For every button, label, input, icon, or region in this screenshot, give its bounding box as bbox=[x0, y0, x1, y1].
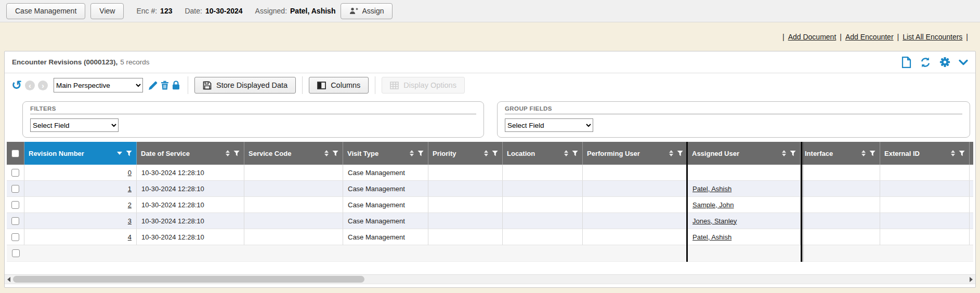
column-header-date_of_service[interactable]: Date of Service bbox=[137, 142, 244, 165]
sort-icon-assigned_user[interactable] bbox=[782, 150, 786, 156]
sort-icon-performing_user[interactable] bbox=[669, 150, 673, 156]
column-label-assigned_user: Assigned User bbox=[692, 150, 778, 157]
quick-links-row: |Add Document|Add Encounter|List All Enc… bbox=[0, 22, 980, 51]
assigned_user-link[interactable]: Patel, Ashish bbox=[692, 185, 731, 193]
row-checkbox[interactable] bbox=[11, 217, 19, 225]
sort-icon-interface[interactable] bbox=[861, 150, 866, 156]
filter-funnel-icon-assigned_user[interactable] bbox=[790, 151, 796, 156]
cell-date_of_service: 10-30-2024 12:28:10 bbox=[137, 181, 244, 197]
column-header-interface[interactable]: Interface bbox=[801, 142, 880, 165]
store-displayed-data-button[interactable]: Store Displayed Data bbox=[194, 77, 296, 94]
filter-funnel-icon-external_id[interactable] bbox=[959, 151, 965, 156]
link-add-document[interactable]: Add Document bbox=[788, 33, 837, 41]
undo-icon[interactable]: ↺ bbox=[11, 79, 22, 91]
row-checkbox[interactable] bbox=[11, 201, 19, 209]
filters-label: FILTERS bbox=[30, 105, 476, 114]
link-add-encounter[interactable]: Add Encounter bbox=[845, 33, 894, 41]
filter-funnel-icon-visit_type[interactable] bbox=[417, 151, 424, 156]
cell-external_id bbox=[880, 165, 970, 181]
column-header-checkbox[interactable] bbox=[7, 142, 24, 165]
case-management-button[interactable]: Case Management bbox=[6, 3, 85, 19]
view-button[interactable]: View bbox=[90, 3, 124, 19]
edit-pencil-icon[interactable] bbox=[149, 81, 158, 90]
row-checkbox[interactable] bbox=[11, 169, 19, 177]
cell-service_code bbox=[244, 197, 343, 213]
row-checkbox[interactable] bbox=[11, 185, 19, 193]
cell-checkbox bbox=[7, 213, 24, 229]
revision-link[interactable]: 0 bbox=[128, 169, 132, 177]
column-header-location[interactable]: Location bbox=[503, 142, 583, 165]
assigned_user-link[interactable]: Patel, Ashish bbox=[692, 233, 731, 241]
new-document-icon[interactable] bbox=[901, 57, 911, 68]
display-options-label: Display Options bbox=[403, 81, 456, 89]
horizontal-scrollbar[interactable] bbox=[5, 274, 975, 284]
assigned_user-link[interactable]: Sample, John bbox=[692, 201, 734, 209]
store-displayed-data-label: Store Displayed Data bbox=[216, 81, 288, 89]
cell-revision: 2 bbox=[24, 197, 137, 213]
back-circle-icon[interactable]: ‹ bbox=[25, 81, 35, 90]
revision-link[interactable]: 4 bbox=[128, 233, 132, 241]
column-header-assigned_user[interactable]: Assigned User bbox=[688, 142, 801, 165]
column-header-revision[interactable]: Revision Number bbox=[24, 142, 137, 165]
cell-service_code bbox=[244, 165, 343, 181]
columns-button[interactable]: Columns bbox=[309, 77, 369, 94]
cell-revision: 3 bbox=[24, 213, 137, 229]
revision-link[interactable]: 2 bbox=[128, 201, 132, 209]
revision-link[interactable]: 3 bbox=[128, 217, 132, 225]
filter-funnel-icon-location[interactable] bbox=[572, 151, 578, 156]
collapse-chevron-icon[interactable] bbox=[959, 59, 968, 65]
empty-row-checkbox[interactable] bbox=[12, 249, 20, 257]
encounter-revisions-grid: Revision NumberDate of ServiceService Co… bbox=[7, 142, 973, 262]
filter-funnel-icon-revision[interactable] bbox=[126, 151, 132, 156]
column-header-external_id[interactable]: External ID bbox=[880, 142, 970, 165]
filter-funnel-icon-performing_user[interactable] bbox=[677, 151, 683, 156]
column-header-service_code[interactable]: Service Code bbox=[244, 142, 343, 165]
scroll-right-arrow[interactable] bbox=[967, 275, 975, 284]
enc-value: 123 bbox=[160, 7, 172, 15]
assigned-label: Assigned: bbox=[255, 7, 287, 15]
column-header-performing_user[interactable]: Performing User bbox=[583, 142, 688, 165]
grid-header-row: Revision NumberDate of ServiceService Co… bbox=[7, 142, 973, 165]
sort-icon-revision[interactable] bbox=[117, 152, 122, 155]
cell-priority bbox=[428, 213, 503, 229]
assign-button[interactable]: Assign bbox=[341, 3, 393, 19]
cell-external_id bbox=[880, 197, 970, 213]
sort-icon-priority[interactable] bbox=[484, 150, 488, 156]
column-label-service_code: Service Code bbox=[249, 150, 321, 157]
refresh-icon[interactable] bbox=[920, 57, 931, 68]
sort-icon-date_of_service[interactable] bbox=[226, 150, 230, 156]
select-all-checkbox[interactable] bbox=[11, 150, 19, 157]
group-fields-select[interactable]: Select Field bbox=[505, 118, 593, 132]
link-separator: | bbox=[840, 33, 842, 41]
column-header-visit_type[interactable]: Visit Type bbox=[343, 142, 428, 165]
filter-funnel-icon-service_code[interactable] bbox=[332, 151, 338, 156]
cell-priority bbox=[428, 197, 503, 213]
column-label-external_id: External ID bbox=[884, 150, 947, 157]
filters-field-select[interactable]: Select Field bbox=[30, 118, 119, 132]
column-header-s_partial[interactable]: S bbox=[970, 142, 973, 165]
column-header-priority[interactable]: Priority bbox=[428, 142, 503, 165]
sort-icon-visit_type[interactable] bbox=[410, 150, 414, 156]
delete-trash-icon[interactable] bbox=[161, 81, 169, 90]
filter-funnel-icon-priority[interactable] bbox=[492, 151, 498, 156]
person-add-icon bbox=[349, 7, 358, 15]
filter-funnel-icon-interface[interactable] bbox=[869, 151, 876, 156]
link-list-all-encounters[interactable]: List All Encounters bbox=[903, 33, 962, 41]
scroll-left-arrow[interactable] bbox=[5, 275, 13, 284]
sort-icon-location[interactable] bbox=[564, 150, 568, 156]
assigned_user-link[interactable]: Jones, Stanley bbox=[692, 217, 737, 225]
forward-circle-icon[interactable]: › bbox=[38, 81, 48, 90]
group-fields-fieldset: GROUP FIELDS Select Field bbox=[497, 101, 970, 138]
revision-link[interactable]: 1 bbox=[128, 185, 132, 193]
sort-icon-service_code[interactable] bbox=[324, 150, 329, 156]
settings-gear-icon[interactable] bbox=[939, 57, 950, 68]
filter-funnel-icon-date_of_service[interactable] bbox=[233, 151, 240, 156]
perspective-select[interactable]: Main Perspective bbox=[54, 78, 143, 92]
sort-icon-external_id[interactable] bbox=[951, 150, 955, 156]
panel-record-count: 5 records bbox=[120, 58, 149, 66]
scrollbar-thumb[interactable] bbox=[13, 276, 364, 283]
save-floppy-icon bbox=[203, 81, 212, 90]
display-options-button[interactable]: Display Options bbox=[382, 77, 465, 94]
row-checkbox[interactable] bbox=[11, 233, 19, 241]
lock-icon[interactable] bbox=[172, 81, 180, 90]
